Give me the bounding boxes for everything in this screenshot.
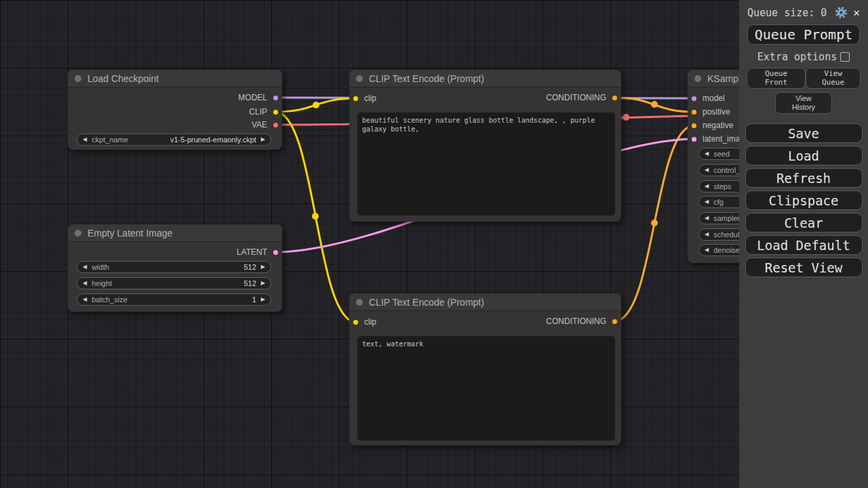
- arrow-left-icon[interactable]: ◀: [705, 199, 709, 205]
- prompt-textarea[interactable]: text, watermark: [357, 336, 615, 441]
- widget-label: control_: [713, 166, 740, 174]
- clear-button[interactable]: Clear: [745, 213, 863, 232]
- widget-label: steps: [713, 182, 731, 190]
- slot-label: CLIP: [249, 107, 267, 117]
- widget-label: ckpt_name: [92, 136, 128, 144]
- reset-view-button[interactable]: Reset View: [745, 258, 863, 277]
- output-slot-conditioning: CONDITIONING: [546, 91, 618, 104]
- widget-value: 1: [252, 296, 256, 304]
- load-button[interactable]: Load: [745, 146, 863, 165]
- slot-dot-model[interactable]: [273, 95, 279, 101]
- node-header[interactable]: Empty Latent Image: [68, 224, 282, 242]
- slot-dot-clip[interactable]: [353, 96, 359, 102]
- collapse-dot-icon[interactable]: [694, 75, 701, 82]
- settings-gear-icon[interactable]: [835, 6, 848, 19]
- slot-dot-conditioning[interactable]: [612, 95, 618, 101]
- width-widget[interactable]: ◀ width 512 ▶: [77, 261, 271, 273]
- link-dot: [651, 220, 658, 226]
- height-widget[interactable]: ◀ height 512 ▶: [77, 277, 271, 289]
- widget-value: v1-5-pruned-emaonly.ckpt: [170, 136, 256, 144]
- output-slot-conditioning: CONDITIONING: [546, 314, 618, 328]
- view-queue-button[interactable]: View Queue: [806, 68, 861, 89]
- node-header[interactable]: Load Checkpoint: [68, 70, 282, 87]
- slot-label: positive: [703, 107, 730, 117]
- slot-label: MODEL: [238, 93, 267, 102]
- queue-prompt-button[interactable]: Queue Prompt: [747, 24, 860, 45]
- node-clip-text-encode-negative[interactable]: CLIP Text Encode (Prompt) clip CONDITION…: [349, 293, 621, 445]
- widget-label: seed: [713, 150, 730, 158]
- slot-dot-vae[interactable]: [273, 122, 279, 128]
- output-slot-vae: VAE: [252, 118, 279, 131]
- widget-value: 512: [243, 263, 256, 271]
- node-title: CLIP Text Encode (Prompt): [369, 297, 484, 308]
- widget-label: height: [92, 279, 112, 287]
- input-slot-clip: clip: [353, 92, 376, 105]
- arrow-right-icon[interactable]: ▶: [261, 137, 265, 142]
- node-header[interactable]: CLIP Text Encode (Prompt): [349, 293, 621, 311]
- output-slot-latent: LATENT: [237, 245, 279, 259]
- load-default-button[interactable]: Load Default: [745, 235, 863, 255]
- queue-size-label: Queue size: 0: [747, 7, 831, 19]
- clipspace-button[interactable]: Clipspace: [745, 190, 863, 210]
- input-slot-positive: positive: [691, 105, 730, 119]
- arrow-left-icon[interactable]: ◀: [705, 151, 709, 157]
- slot-dot-model[interactable]: [691, 96, 697, 102]
- slot-label: clip: [364, 94, 376, 103]
- slot-label: VAE: [252, 120, 267, 129]
- node-clip-text-encode-positive[interactable]: CLIP Text Encode (Prompt) clip CONDITION…: [349, 70, 621, 222]
- arrow-left-icon[interactable]: ◀: [83, 297, 87, 302]
- extra-options-label: Extra options: [757, 51, 837, 63]
- input-slot-model: model: [691, 92, 725, 105]
- slot-dot-latent[interactable]: [691, 136, 697, 142]
- link-dot: [651, 101, 658, 108]
- arrow-left-icon[interactable]: ◀: [705, 232, 709, 237]
- output-slot-clip: CLIP: [249, 105, 279, 119]
- slot-dot-latent[interactable]: [273, 249, 279, 256]
- refresh-button[interactable]: Refresh: [745, 168, 863, 188]
- queue-front-button[interactable]: Queue Front: [747, 68, 806, 89]
- collapse-dot-icon[interactable]: [356, 75, 363, 82]
- node-header[interactable]: CLIP Text Encode (Prompt): [349, 70, 621, 87]
- link-dot: [312, 213, 319, 220]
- slot-label: LATENT: [237, 247, 267, 257]
- view-history-button[interactable]: View History: [775, 92, 832, 114]
- ckpt-name-widget[interactable]: ◀ ckpt_name v1-5-pruned-emaonly.ckpt ▶: [77, 134, 271, 146]
- slot-dot-clip[interactable]: [273, 109, 279, 115]
- slot-dot-conditioning[interactable]: [691, 109, 697, 115]
- prompt-textarea[interactable]: beautiful scenery nature glass bottle la…: [357, 113, 615, 216]
- node-empty-latent-image[interactable]: Empty Latent Image LATENT ◀ width 512 ▶ …: [68, 224, 282, 312]
- node-title: Load Checkpoint: [87, 73, 159, 84]
- arrow-left-icon[interactable]: ◀: [705, 247, 709, 253]
- slot-dot-clip[interactable]: [353, 319, 359, 325]
- arrow-right-icon[interactable]: ▶: [261, 297, 265, 302]
- widget-label: batch_size: [92, 296, 127, 304]
- collapse-dot-icon[interactable]: [356, 299, 363, 306]
- arrow-left-icon[interactable]: ◀: [705, 167, 709, 173]
- arrow-left-icon[interactable]: ◀: [83, 264, 87, 270]
- widget-label: cfg: [713, 198, 724, 206]
- slot-label: negative: [703, 121, 733, 130]
- slot-label: CONDITIONING: [546, 93, 606, 102]
- output-slot-model: MODEL: [238, 91, 279, 104]
- node-load-checkpoint[interactable]: Load Checkpoint MODEL CLIP VAE ◀ ckpt_na…: [68, 70, 282, 150]
- collapse-dot-icon[interactable]: [75, 75, 81, 82]
- widget-label: denoise: [713, 246, 740, 254]
- extra-options-checkbox[interactable]: [840, 52, 850, 62]
- collapse-dot-icon[interactable]: [75, 230, 81, 237]
- batch-size-widget[interactable]: ◀ batch_size 1 ▶: [77, 293, 271, 306]
- slot-dot-conditioning[interactable]: [691, 123, 697, 129]
- close-icon[interactable]: ✕: [852, 6, 861, 19]
- save-button[interactable]: Save: [745, 123, 863, 143]
- input-slot-clip: clip: [353, 315, 376, 329]
- arrow-left-icon[interactable]: ◀: [705, 184, 709, 189]
- arrow-left-icon[interactable]: ◀: [83, 281, 87, 286]
- arrow-right-icon[interactable]: ▶: [261, 264, 265, 270]
- arrow-left-icon[interactable]: ◀: [705, 216, 709, 221]
- slot-label: clip: [364, 317, 376, 327]
- arrow-left-icon[interactable]: ◀: [83, 137, 87, 142]
- slot-label: CONDITIONING: [546, 317, 606, 326]
- link-dot: [623, 114, 629, 121]
- node-title: CLIP Text Encode (Prompt): [369, 73, 484, 84]
- slot-dot-conditioning[interactable]: [612, 319, 618, 325]
- arrow-right-icon[interactable]: ▶: [261, 281, 265, 286]
